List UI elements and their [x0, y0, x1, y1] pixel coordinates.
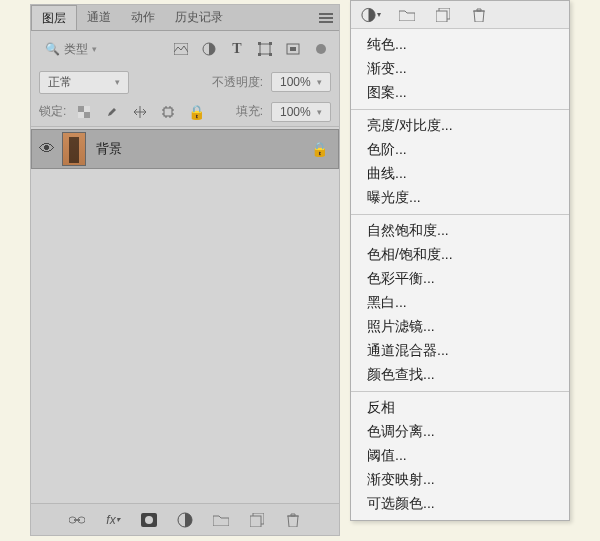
- menu-item-color-lookup[interactable]: 颜色查找...: [351, 363, 569, 387]
- menu-item-exposure[interactable]: 曝光度...: [351, 186, 569, 210]
- lock-row: 锁定: 🔒 填充: 100% ▾: [31, 97, 339, 127]
- menu-item-pattern[interactable]: 图案...: [351, 81, 569, 105]
- filter-pixel-icon[interactable]: [171, 39, 191, 59]
- menu-item-curves[interactable]: 曲线...: [351, 162, 569, 186]
- lock-paint-icon[interactable]: [102, 102, 122, 122]
- chevron-down-icon: ▾: [115, 77, 120, 87]
- blend-row: 正常 ▾ 不透明度: 100% ▾: [31, 67, 339, 97]
- layers-panel: 图层 通道 动作 历史记录 🔍 类型 ▾ T 正常 ▾ 不透明度: 100%: [30, 4, 340, 536]
- menu-item-hue-saturation[interactable]: 色相/饱和度...: [351, 243, 569, 267]
- add-mask-button[interactable]: [138, 510, 160, 530]
- layer-row[interactable]: 👁 背景 🔒: [31, 129, 339, 169]
- menu-section: 自然饱和度... 色相/饱和度... 色彩平衡... 黑白... 照片滤镜...…: [351, 215, 569, 392]
- lock-position-icon[interactable]: [130, 102, 150, 122]
- menu-item-levels[interactable]: 色阶...: [351, 138, 569, 162]
- filter-kind-select[interactable]: 🔍 类型 ▾: [39, 39, 103, 60]
- tab-history[interactable]: 历史记录: [165, 5, 233, 30]
- filter-toggle[interactable]: [311, 39, 331, 59]
- panel-bottom-bar: fx▾: [31, 503, 339, 535]
- menu-item-posterize[interactable]: 色调分离...: [351, 420, 569, 444]
- svg-rect-13: [164, 108, 172, 116]
- filter-smart-icon[interactable]: [283, 39, 303, 59]
- chevron-down-icon: ▾: [92, 44, 97, 54]
- filter-adjust-icon[interactable]: [199, 39, 219, 59]
- menu-section: 纯色... 渐变... 图案...: [351, 29, 569, 110]
- eye-icon: 👁: [39, 140, 55, 158]
- menu-item-threshold[interactable]: 阈值...: [351, 444, 569, 468]
- panel-tabs: 图层 通道 动作 历史记录: [31, 5, 339, 31]
- menu-item-invert[interactable]: 反相: [351, 396, 569, 420]
- add-adjustment-button[interactable]: [174, 510, 196, 530]
- link-layers-button[interactable]: [66, 510, 88, 530]
- blend-mode-select[interactable]: 正常 ▾: [39, 71, 129, 94]
- menu-head: ▾: [351, 1, 569, 29]
- delete-layer-button[interactable]: [282, 510, 304, 530]
- menu-item-brightness-contrast[interactable]: 亮度/对比度...: [351, 114, 569, 138]
- chevron-down-icon: ▾: [317, 107, 322, 117]
- svg-rect-18: [250, 516, 261, 527]
- lock-artboard-icon[interactable]: [158, 102, 178, 122]
- filter-type-icon[interactable]: T: [227, 39, 247, 59]
- svg-rect-6: [269, 53, 272, 56]
- lock-all-icon[interactable]: 🔒: [186, 102, 206, 122]
- fill-value: 100%: [280, 105, 311, 119]
- menu-item-black-white[interactable]: 黑白...: [351, 291, 569, 315]
- svg-rect-5: [258, 53, 261, 56]
- layer-filter-row: 🔍 类型 ▾ T: [31, 31, 339, 67]
- layer-thumbnail[interactable]: [62, 132, 86, 166]
- svg-rect-16: [74, 519, 80, 521]
- delete-icon[interactable]: [469, 5, 489, 25]
- layers-list: 👁 背景 🔒: [31, 127, 339, 503]
- new-group-icon[interactable]: [397, 5, 417, 25]
- tab-channels[interactable]: 通道: [77, 5, 121, 30]
- blend-mode-value: 正常: [48, 74, 72, 91]
- panel-menu-button[interactable]: [313, 5, 339, 30]
- menu-item-photo-filter[interactable]: 照片滤镜...: [351, 315, 569, 339]
- new-group-button[interactable]: [210, 510, 232, 530]
- svg-rect-11: [84, 106, 90, 112]
- layer-style-button[interactable]: fx▾: [102, 510, 124, 530]
- menu-item-gradient[interactable]: 渐变...: [351, 57, 569, 81]
- fill-label: 填充:: [236, 103, 263, 120]
- menu-section: 亮度/对比度... 色阶... 曲线... 曝光度...: [351, 110, 569, 215]
- menu-item-channel-mixer[interactable]: 通道混合器...: [351, 339, 569, 363]
- layer-name[interactable]: 背景: [96, 140, 122, 158]
- tab-layers[interactable]: 图层: [31, 5, 77, 30]
- opacity-label: 不透明度:: [212, 74, 263, 91]
- lock-icon: 🔒: [311, 141, 328, 157]
- adjustment-menu: ▾ 纯色... 渐变... 图案... 亮度/对比度... 色阶... 曲线..…: [350, 0, 570, 521]
- svg-rect-10: [84, 112, 90, 118]
- svg-rect-12: [78, 112, 84, 118]
- search-icon: 🔍: [45, 42, 60, 56]
- svg-rect-3: [258, 42, 261, 45]
- svg-rect-2: [260, 44, 270, 54]
- adjustment-icon[interactable]: ▾: [361, 5, 381, 25]
- lock-transparency-icon[interactable]: [74, 102, 94, 122]
- chevron-down-icon: ▾: [317, 77, 322, 87]
- new-layer-button[interactable]: [246, 510, 268, 530]
- svg-rect-4: [269, 42, 272, 45]
- svg-rect-8: [290, 47, 296, 51]
- opacity-input[interactable]: 100% ▾: [271, 72, 331, 92]
- menu-section: 反相 色调分离... 阈值... 渐变映射... 可选颜色...: [351, 392, 569, 520]
- opacity-value: 100%: [280, 75, 311, 89]
- svg-rect-20: [436, 11, 447, 22]
- lock-label: 锁定:: [39, 103, 66, 120]
- menu-item-selective-color[interactable]: 可选颜色...: [351, 492, 569, 516]
- visibility-toggle[interactable]: 👁: [32, 140, 62, 158]
- menu-item-color-balance[interactable]: 色彩平衡...: [351, 267, 569, 291]
- filter-kind-label: 类型: [64, 41, 88, 58]
- menu-item-solid-color[interactable]: 纯色...: [351, 33, 569, 57]
- menu-item-vibrance[interactable]: 自然饱和度...: [351, 219, 569, 243]
- filter-shape-icon[interactable]: [255, 39, 275, 59]
- svg-rect-9: [78, 106, 84, 112]
- tab-actions[interactable]: 动作: [121, 5, 165, 30]
- new-layer-icon[interactable]: [433, 5, 453, 25]
- menu-item-gradient-map[interactable]: 渐变映射...: [351, 468, 569, 492]
- fill-input[interactable]: 100% ▾: [271, 102, 331, 122]
